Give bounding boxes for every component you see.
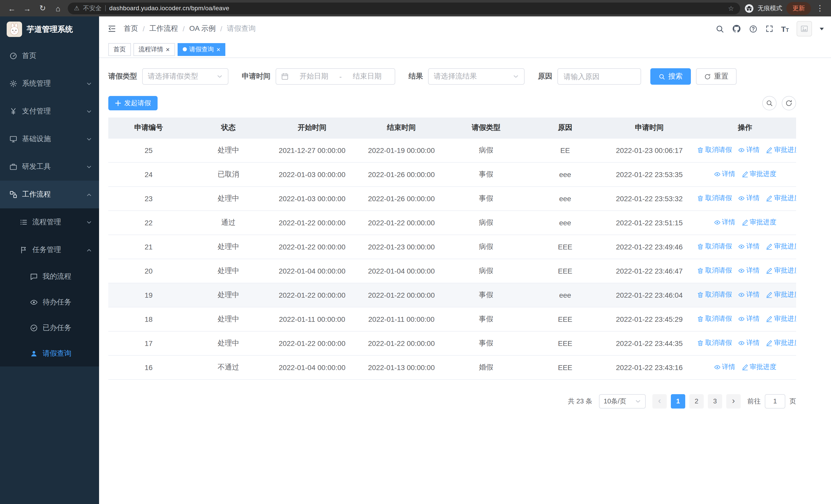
address-bar[interactable]: ⚠ 不安全 dashboard.yudao.iocoder.cn/bpm/oa/…	[68, 2, 740, 14]
bookmark-star-icon[interactable]: ☆	[728, 4, 734, 12]
table-cell: 24	[108, 162, 189, 186]
refresh-table-button[interactable]	[782, 96, 796, 110]
sidebar-item-todo-tasks[interactable]: 待办任务	[0, 290, 99, 315]
action-detail-link[interactable]: 详情	[738, 338, 760, 348]
security-label[interactable]: 不安全	[83, 4, 102, 12]
breadcrumb-separator: /	[183, 25, 185, 33]
action-detail-link[interactable]: 详情	[738, 146, 760, 155]
action-progress-link[interactable]: 审批进度	[766, 242, 796, 251]
detail-icon	[738, 243, 745, 250]
action-progress-link[interactable]: 审批进度	[766, 314, 796, 324]
action-cancel-link[interactable]: 取消请假	[697, 266, 732, 275]
sidebar-item-leave-query[interactable]: 请假查询	[0, 341, 99, 366]
action-detail-link[interactable]: 详情	[738, 266, 760, 275]
table-cell: 事假	[447, 162, 525, 186]
next-page-button[interactable]: ›	[726, 394, 741, 408]
hide-search-button[interactable]	[762, 96, 777, 110]
action-progress-link[interactable]: 审批进度	[741, 218, 776, 227]
tab-process-detail[interactable]: 流程详情 ×	[134, 43, 175, 56]
pager: ‹ 1 2 3 ›	[652, 394, 741, 408]
breadcrumb-item[interactable]: 首页	[124, 24, 138, 33]
help-icon[interactable]	[749, 24, 757, 33]
reload-icon[interactable]: ↻	[37, 3, 48, 14]
action-cancel-link[interactable]: 取消请假	[697, 338, 732, 348]
reason-input[interactable]	[557, 68, 641, 85]
action-cancel-link[interactable]: 取消请假	[697, 314, 732, 324]
breadcrumb-item[interactable]: 工作流程	[149, 24, 178, 33]
filter-result: 结果 请选择流结果	[408, 68, 524, 85]
eye-icon	[30, 298, 38, 306]
action-detail-link[interactable]: 详情	[738, 242, 760, 251]
action-detail-link[interactable]: 详情	[714, 170, 735, 179]
tab-leave-query[interactable]: 请假查询 ×	[177, 43, 225, 56]
action-progress-link[interactable]: 审批进度	[766, 146, 796, 155]
search-button[interactable]: 搜索	[650, 68, 691, 85]
sidebar-item-payment-mgmt[interactable]: 支付管理	[0, 97, 99, 125]
breadcrumb-item[interactable]: OA 示例	[190, 24, 216, 33]
fullscreen-icon[interactable]	[765, 25, 773, 33]
page-button-1[interactable]: 1	[671, 394, 685, 408]
table-cell: 2022-01-22 00:00:00	[356, 210, 447, 235]
browser-window: ← → ↻ ⌂ ⚠ 不安全 dashboard.yudao.iocoder.cn…	[0, 0, 831, 504]
table-cell: 2022-01-22 00:00:00	[268, 210, 356, 235]
table-cell: 2022-01-22 00:00:00	[356, 331, 447, 355]
action-detail-link[interactable]: 详情	[714, 218, 735, 227]
sidebar-item-process-mgmt[interactable]: 流程管理	[0, 208, 99, 236]
sidebar-item-system-mgmt[interactable]: 系统管理	[0, 70, 99, 97]
search-icon[interactable]	[715, 24, 724, 33]
goto-page-input[interactable]	[765, 394, 785, 408]
row-actions: 取消请假详情审批进度	[694, 259, 796, 283]
forward-icon[interactable]: →	[22, 3, 33, 14]
close-icon[interactable]: ×	[166, 46, 170, 53]
update-button[interactable]: 更新	[786, 2, 811, 14]
github-icon[interactable]	[732, 24, 741, 33]
table-cell: 2022-01-26 00:00:00	[356, 162, 447, 186]
close-icon[interactable]: ×	[216, 46, 220, 53]
incognito-icon	[744, 3, 754, 13]
back-icon[interactable]: ←	[6, 3, 18, 14]
action-progress-link[interactable]: 审批进度	[741, 170, 776, 179]
select-placeholder: 请选择请假类型	[148, 72, 213, 81]
sidebar-item-my-process[interactable]: 我的流程	[0, 264, 99, 290]
home-icon[interactable]: ⌂	[52, 3, 64, 14]
tab-home[interactable]: 首页	[108, 43, 131, 56]
font-size-icon[interactable]: TT	[781, 24, 789, 33]
action-detail-link[interactable]: 详情	[738, 314, 760, 324]
action-detail-link[interactable]: 详情	[738, 290, 760, 299]
action-cancel-link[interactable]: 取消请假	[697, 290, 732, 299]
app-logo[interactable]: 芋道管理系统	[0, 17, 99, 42]
leave-type-select[interactable]: 请选择请假类型	[142, 68, 228, 85]
sidebar-item-done-tasks[interactable]: 已办任务	[0, 315, 99, 341]
page-button-2[interactable]: 2	[689, 394, 704, 408]
collapse-menu-icon[interactable]	[107, 24, 116, 33]
action-progress-link[interactable]: 审批进度	[766, 266, 796, 275]
sidebar-item-task-mgmt[interactable]: 任务管理	[0, 236, 99, 264]
sidebar-item-home[interactable]: 首页	[0, 42, 99, 70]
prev-page-button[interactable]: ‹	[652, 394, 667, 408]
action-cancel-link[interactable]: 取消请假	[697, 146, 732, 155]
action-progress-link[interactable]: 审批进度	[741, 363, 776, 372]
avatar[interactable]	[797, 21, 812, 36]
action-cancel-link[interactable]: 取消请假	[697, 242, 732, 251]
action-cancel-link[interactable]: 取消请假	[697, 194, 732, 203]
action-progress-link[interactable]: 审批进度	[766, 338, 796, 348]
menu-dots-icon[interactable]: ⋮	[815, 4, 825, 13]
sidebar-item-infrastructure[interactable]: 基础设施	[0, 125, 99, 153]
date-range-picker[interactable]: 开始日期 - 结束日期	[276, 68, 395, 85]
action-detail-link[interactable]: 详情	[714, 363, 735, 372]
start-date-placeholder: 开始日期	[291, 72, 336, 81]
action-detail-link[interactable]: 详情	[738, 194, 760, 203]
result-select[interactable]: 请选择流结果	[428, 68, 524, 85]
sidebar-item-workflow[interactable]: 工作流程	[0, 181, 99, 208]
page-size-select[interactable]: 10条/页	[599, 394, 646, 408]
end-date-placeholder: 结束日期	[345, 72, 390, 81]
table-header-row: 申请编号状态开始时间结束时间请假类型原因申请时间操作	[108, 118, 796, 138]
url-text[interactable]: dashboard.yudao.iocoder.cn/bpm/oa/leave	[109, 5, 229, 12]
action-progress-link[interactable]: 审批进度	[766, 290, 796, 299]
reset-button[interactable]: 重置	[696, 68, 737, 85]
sidebar-item-dev-tools[interactable]: 研发工具	[0, 153, 99, 181]
create-leave-button[interactable]: 发起请假	[108, 96, 157, 110]
chevron-down-icon[interactable]	[820, 27, 824, 30]
page-button-3[interactable]: 3	[708, 394, 722, 408]
action-progress-link[interactable]: 审批进度	[766, 194, 796, 203]
